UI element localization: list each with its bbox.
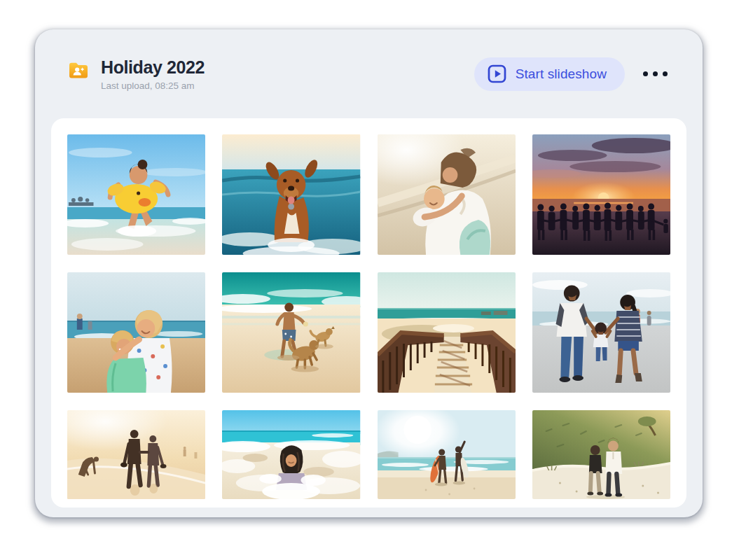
shared-folder-icon — [67, 59, 90, 81]
start-slideshow-label: Start slideshow — [516, 66, 607, 82]
photo-thumbnail[interactable] — [532, 134, 670, 255]
photo-thumbnail[interactable] — [378, 410, 516, 499]
album-identity: Holiday 2022 Last upload, 08:25 am — [67, 57, 205, 91]
ellipsis-icon — [663, 71, 668, 76]
photo-grid-panel — [51, 118, 686, 507]
photo-thumbnail[interactable] — [378, 272, 516, 393]
photo-thumbnail[interactable] — [222, 410, 360, 499]
photo-thumbnail[interactable] — [67, 410, 205, 499]
album-header: Holiday 2022 Last upload, 08:25 am Start… — [35, 29, 703, 118]
photo-thumbnail[interactable] — [222, 134, 360, 255]
play-icon — [488, 64, 506, 83]
photo-thumbnail[interactable] — [67, 134, 205, 255]
start-slideshow-button[interactable]: Start slideshow — [474, 57, 625, 91]
album-subtitle: Last upload, 08:25 am — [101, 80, 205, 91]
more-options-button[interactable] — [639, 64, 672, 83]
photo-thumbnail[interactable] — [378, 134, 516, 255]
album-card: Holiday 2022 Last upload, 08:25 am Start… — [35, 29, 703, 517]
photo-thumbnail[interactable] — [532, 272, 670, 393]
header-actions: Start slideshow — [474, 57, 672, 91]
photo-thumbnail[interactable] — [67, 272, 205, 393]
album-title: Holiday 2022 — [101, 57, 205, 78]
photo-thumbnail[interactable] — [532, 410, 670, 499]
ellipsis-icon — [643, 71, 648, 76]
ellipsis-icon — [653, 71, 658, 76]
album-text: Holiday 2022 Last upload, 08:25 am — [101, 57, 205, 91]
photo-thumbnail[interactable] — [222, 272, 360, 393]
